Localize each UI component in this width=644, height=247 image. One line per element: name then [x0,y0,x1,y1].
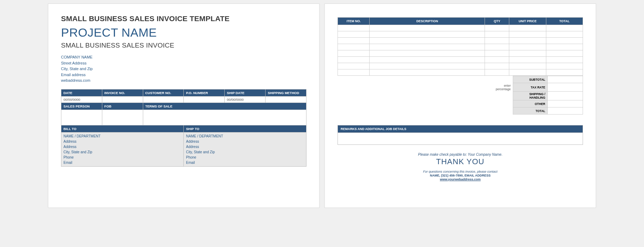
val-customer-no[interactable] [143,96,184,103]
template-title: SMALL BUSINESS SALES INVOICE TEMPLATE [61,14,306,23]
val-other[interactable] [548,100,583,107]
tax-note: enterpercentage [492,83,513,92]
bill-name: NAME / DEPARTMENT [63,134,181,139]
questions-line: For questions concerning this invoice, p… [338,170,583,173]
item-row[interactable] [338,31,583,38]
hdr-qty: QTY [485,18,509,25]
hdr-description: DESCRIPTION [370,18,485,25]
project-name: PROJECT NAME [61,26,306,39]
invoice-info-table: DATE INVOICE NO. CUSTOMER NO. P.O. NUMBE… [61,89,306,167]
item-row[interactable] [338,25,583,31]
hdr-sales-person: SALES PERSON [61,103,102,110]
hdr-date: DATE [61,89,102,96]
payable-to: Please make check payable to: Your Compa… [338,153,583,156]
hdr-bill-to: BILL TO [61,125,184,132]
val-invoice-no[interactable] [102,96,143,103]
bill-addr2: Address [63,144,181,149]
val-terms-of-sale[interactable] [143,110,306,125]
val-shipping[interactable] [548,92,583,100]
val-tax-rate[interactable] [548,83,583,92]
lbl-subtotal: SUBTOTAL [513,76,548,83]
ship-addr2: Address [186,144,304,149]
invoice-page-1: SMALL BUSINESS SALES INVOICE TEMPLATE PR… [48,4,320,208]
item-row[interactable] [338,50,583,57]
remarks-header: REMARKS AND ADDITIONAL JOB DETAILS [338,125,583,133]
hdr-ship-to: SHIP TO [184,125,306,132]
ship-to-block[interactable]: NAME / DEPARTMENT Address Address City, … [184,132,306,166]
items-table: ITEM NO. DESCRIPTION QTY UNIT PRICE TOTA… [338,17,583,76]
val-subtotal[interactable] [548,76,583,83]
hdr-fob: FOB [102,103,143,110]
hdr-unit-price: UNIT PRICE [509,18,546,25]
contact-line: NAME, (321) 456-7890, EMAIL ADDRESS [338,174,583,177]
company-email: Email address [61,72,306,78]
company-street: Street Address [61,60,306,66]
totals-table: SUBTOTAL enterpercentage TAX RATE SHIPPI… [492,76,583,115]
item-row[interactable] [338,57,583,63]
ship-phone: Phone [186,155,304,160]
val-ship-date[interactable]: 00/00/0000 [225,96,266,103]
val-shipping-method[interactable] [266,96,306,103]
hdr-invoice-no: INVOICE NO. [102,89,143,96]
company-web: webaddress.com [61,78,306,84]
bill-addr1: Address [63,139,181,144]
bill-email: Email [63,160,181,165]
ship-email: Email [186,160,304,165]
invoice-page-2: ITEM NO. DESCRIPTION QTY UNIT PRICE TOTA… [324,4,596,208]
invoice-subtitle: SMALL BUSINESS SALES INVOICE [61,42,306,49]
lbl-grand-total: TOTAL [513,107,548,115]
item-row[interactable] [338,44,583,50]
hdr-ship-date: SHIP DATE [225,89,266,96]
val-date[interactable]: 00/00/0000 [61,96,102,103]
hdr-customer-no: CUSTOMER NO. [143,89,184,96]
lbl-other: OTHER [513,100,548,107]
item-row[interactable] [338,38,583,44]
hdr-po-number: P.O. NUMBER [184,89,225,96]
item-row[interactable] [338,69,583,76]
remarks-body[interactable] [338,133,583,145]
lbl-tax-rate: TAX RATE [513,83,548,92]
company-block: COMPANY NAME Street Address City, State … [61,54,306,84]
company-name: COMPANY NAME [61,54,306,60]
hdr-terms-of-sale: TERMS OF SALE [143,103,306,110]
val-fob[interactable] [102,110,143,125]
ship-name: NAME / DEPARTMENT [186,134,304,139]
ship-city: City, State and Zip [186,149,304,155]
ship-addr1: Address [186,139,304,144]
val-grand-total[interactable] [548,107,583,115]
totals-zone: SUBTOTAL enterpercentage TAX RATE SHIPPI… [338,76,583,115]
hdr-shipping-method: SHIPPING METHOD [266,89,306,96]
thank-you: THANK YOU [338,157,583,166]
val-po-number[interactable] [184,96,225,103]
bill-phone: Phone [63,155,181,160]
hdr-total: TOTAL [546,18,583,25]
val-sales-person[interactable] [61,110,102,125]
item-row[interactable] [338,63,583,69]
web-line[interactable]: www.yourwebaddress.com [338,178,583,181]
hdr-item-no: ITEM NO. [338,18,370,25]
footer-block: Please make check payable to: Your Compa… [338,153,583,181]
bill-to-block[interactable]: NAME / DEPARTMENT Address Address City, … [61,132,184,166]
lbl-shipping: SHIPPING / HANDLING [513,92,548,100]
bill-city: City, State and Zip [63,149,181,155]
company-city: City, State and Zip [61,66,306,72]
